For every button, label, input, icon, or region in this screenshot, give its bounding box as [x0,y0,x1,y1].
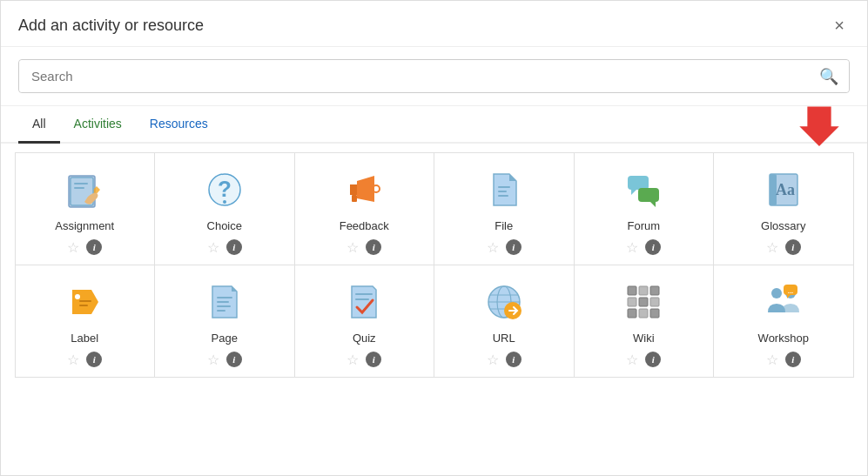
list-item[interactable]: Aa Glossary ☆ i [713,152,854,265]
quiz-star[interactable]: ☆ [347,352,359,368]
forum-icon [621,167,666,212]
dialog: Add an activity or resource × 🔍 All Acti… [0,0,868,476]
url-info[interactable]: i [506,352,521,367]
label-star[interactable]: ☆ [67,352,79,368]
svg-rect-29 [217,310,225,312]
svg-rect-6 [74,183,88,184]
glossary-star[interactable]: ☆ [766,239,778,256]
label-icon [62,279,107,325]
page-icon [202,279,247,325]
file-info[interactable]: i [506,239,521,255]
list-item[interactable]: Page ☆ i [154,265,295,378]
list-item[interactable]: Assignment ☆ i [15,152,156,265]
forum-info[interactable]: i [645,239,661,255]
svg-rect-43 [650,298,659,306]
search-icon: 🔍 [819,67,838,86]
feedback-info[interactable]: i [366,239,381,255]
activities-grid: Assignment ☆ i ? Choice ☆ [1,144,867,391]
list-item[interactable]: Wiki ☆ i [574,265,715,378]
file-actions: ☆ i [487,239,521,256]
forum-actions: ☆ i [626,239,661,256]
svg-rect-12 [352,195,357,202]
list-item[interactable]: ? Choice ☆ i [154,152,295,265]
file-star[interactable]: ☆ [487,239,499,256]
tab-all[interactable]: All [18,106,60,144]
search-area: 🔍 [1,47,867,106]
svg-marker-0 [799,106,838,145]
grid: Assignment ☆ i ? Choice ☆ [15,152,853,377]
choice-star[interactable]: ☆ [207,239,219,256]
choice-label: Choice [207,219,242,232]
label-info[interactable]: i [86,352,102,367]
svg-rect-15 [498,195,508,197]
label-actions: ☆ i [67,352,102,368]
search-input[interactable] [19,60,849,92]
list-item[interactable]: ... Workshop ☆ i [713,265,854,378]
svg-rect-46 [650,309,659,318]
file-icon [481,167,527,212]
list-item[interactable]: Feedback ☆ i [294,152,435,265]
workshop-label: Workshop [758,332,809,345]
svg-rect-26 [217,297,232,298]
workshop-info[interactable]: i [785,352,801,367]
tab-resources[interactable]: Resources [136,106,222,144]
feedback-label: Feedback [340,219,389,232]
svg-point-23 [75,294,80,299]
tab-activities[interactable]: Activities [60,106,136,144]
list-item[interactable]: Label ☆ i [15,265,156,378]
svg-point-10 [223,200,226,204]
list-item[interactable]: Forum ☆ i [574,152,715,265]
svg-rect-31 [355,298,369,300]
svg-rect-41 [628,298,636,306]
feedback-star[interactable]: ☆ [347,239,359,256]
svg-rect-42 [639,298,648,306]
tabs-bar: All Activities Resources [1,106,867,144]
svg-marker-19 [650,202,656,207]
list-item[interactable]: Quiz ☆ i [294,265,435,378]
choice-actions: ☆ i [207,239,242,256]
url-icon [481,279,527,325]
svg-rect-27 [217,301,229,303]
quiz-info[interactable]: i [366,352,381,367]
wiki-actions: ☆ i [626,352,661,368]
assignment-icon [62,167,107,212]
choice-icon: ? [202,167,247,212]
assignment-info[interactable]: i [86,239,102,255]
url-label: URL [493,332,515,345]
list-item[interactable]: File ☆ i [434,152,575,265]
red-arrow-indicator [797,103,841,146]
quiz-actions: ☆ i [347,352,381,368]
assignment-label: Assignment [55,219,114,232]
svg-text:?: ? [218,176,232,202]
assignment-actions: ☆ i [67,239,102,256]
feedback-actions: ☆ i [347,239,381,256]
close-button[interactable]: × [829,15,850,36]
dialog-header: Add an activity or resource × [1,1,867,47]
quiz-icon [341,279,387,325]
svg-rect-18 [638,188,659,202]
svg-text:...: ... [787,287,793,295]
forum-label: Forum [627,219,660,232]
svg-rect-14 [498,191,507,192]
wiki-icon [621,279,666,325]
workshop-star[interactable]: ☆ [766,352,778,368]
forum-star[interactable]: ☆ [626,239,638,256]
page-info[interactable]: i [226,352,242,367]
wiki-star[interactable]: ☆ [626,352,638,368]
assignment-star[interactable]: ☆ [67,239,79,256]
choice-info[interactable]: i [226,239,242,255]
glossary-info[interactable]: i [785,239,801,255]
svg-rect-40 [650,286,659,295]
list-item[interactable]: URL ☆ i [434,265,575,378]
svg-text:Aa: Aa [776,181,795,198]
svg-rect-30 [355,293,373,295]
workshop-actions: ☆ i [766,352,801,368]
url-star[interactable]: ☆ [487,352,499,368]
wiki-info[interactable]: i [645,352,661,367]
svg-rect-38 [628,286,636,295]
page-star[interactable]: ☆ [207,352,219,368]
svg-rect-7 [74,187,84,189]
glossary-actions: ☆ i [766,239,801,256]
label-label: Label [71,332,98,345]
glossary-label: Glossary [761,219,805,232]
